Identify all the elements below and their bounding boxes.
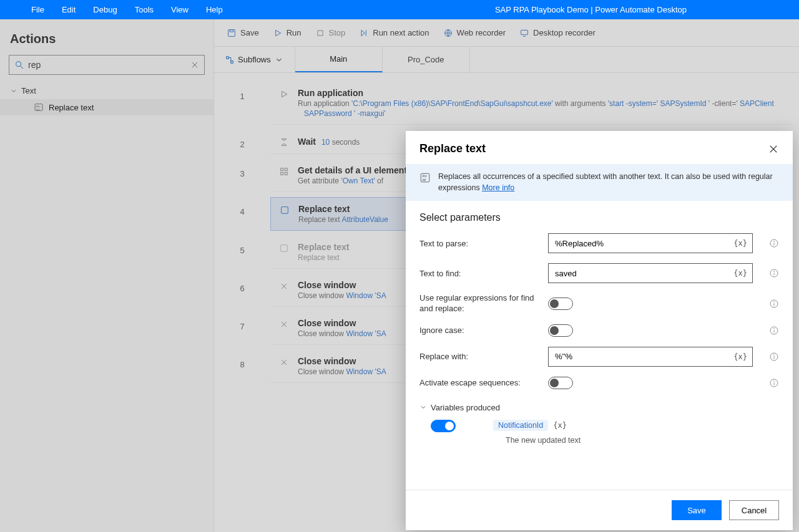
- svg-point-44: [774, 302, 775, 302]
- menu-file[interactable]: File: [22, 0, 53, 19]
- close-dialog-icon[interactable]: [768, 143, 779, 155]
- toolbar: Save Run Stop Run next action Web record…: [214, 19, 799, 47]
- regex-toggle[interactable]: [548, 297, 573, 310]
- clear-icon[interactable]: [190, 60, 199, 69]
- step-num: 3: [214, 157, 270, 195]
- step-title: Close window: [298, 356, 386, 366]
- svg-line-1: [21, 66, 23, 69]
- chevron-down-icon: [10, 87, 17, 95]
- stop-button[interactable]: Stop: [309, 26, 352, 41]
- text-icon: [280, 205, 290, 215]
- info-icon[interactable]: [769, 352, 779, 362]
- action-replace-text[interactable]: Abcdef Replace text: [0, 99, 213, 115]
- step-title: Wait: [298, 137, 316, 147]
- text-to-find-field[interactable]: {x}: [548, 263, 753, 283]
- text-to-parse-field[interactable]: {x}: [548, 233, 753, 253]
- close-icon: [279, 357, 289, 367]
- variable-picker-icon[interactable]: {x}: [732, 239, 748, 248]
- hourglass-icon: [279, 137, 289, 147]
- menu-bar: File Edit Debug Tools View Help SAP RPA …: [0, 0, 799, 19]
- save-button[interactable]: Save: [672, 500, 722, 520]
- replace-with-field[interactable]: {x}: [548, 347, 753, 367]
- svg-rect-19: [281, 168, 283, 171]
- svg-point-53: [774, 380, 775, 381]
- info-icon[interactable]: [769, 326, 779, 336]
- run-next-button[interactable]: Run next action: [353, 26, 435, 41]
- menu-edit[interactable]: Edit: [53, 0, 84, 19]
- step-num: 7: [214, 309, 270, 347]
- label-replace-with: Replace with:: [419, 352, 538, 361]
- svg-point-41: [774, 271, 775, 272]
- step-subtitle-2: SAPPassword ' -maxgui': [298, 109, 774, 118]
- variable-chip[interactable]: NotificationId {x}: [493, 420, 568, 431]
- section-title: Select parameters: [406, 201, 793, 228]
- search-box[interactable]: [9, 55, 205, 75]
- run-button[interactable]: Run: [267, 26, 308, 41]
- subflows-dropdown[interactable]: Subflows: [214, 47, 295, 72]
- svg-rect-22: [285, 172, 287, 175]
- step-title: Replace text: [298, 204, 388, 214]
- text-to-parse-input[interactable]: [555, 239, 732, 248]
- svg-marker-11: [361, 30, 365, 36]
- info-icon[interactable]: [769, 378, 779, 388]
- svg-rect-23: [282, 207, 288, 214]
- search-input[interactable]: [28, 60, 187, 70]
- info-icon[interactable]: [769, 238, 779, 248]
- tree-group-text[interactable]: Text: [0, 82, 213, 99]
- desktop-recorder-button[interactable]: Desktop recorder: [513, 26, 602, 41]
- label-escape: Activate escape sequences:: [419, 378, 538, 387]
- action-label: Replace text: [49, 103, 94, 112]
- step-num: 5: [214, 233, 270, 271]
- chevron-down-icon: [275, 56, 283, 64]
- svg-rect-24: [281, 245, 288, 252]
- close-icon: [279, 319, 289, 329]
- more-info-link[interactable]: More info: [482, 183, 514, 192]
- svg-rect-16: [227, 56, 229, 59]
- menu-help[interactable]: Help: [197, 0, 232, 19]
- play-outline-icon: [279, 89, 289, 99]
- menu-tools[interactable]: Tools: [126, 0, 162, 19]
- replace-with-input[interactable]: [555, 352, 732, 361]
- menu-debug[interactable]: Debug: [84, 0, 125, 19]
- step-title: Run application: [298, 88, 774, 98]
- window-title: SAP RPA Playbook Demo | Power Automate D…: [495, 5, 799, 14]
- svg-rect-14: [521, 30, 528, 34]
- step-run-application[interactable]: Run application Run application 'C:\Prog…: [270, 82, 792, 125]
- menu-view[interactable]: View: [162, 0, 197, 19]
- svg-rect-21: [281, 172, 283, 175]
- svg-point-50: [774, 354, 775, 355]
- web-recorder-button[interactable]: Web recorder: [437, 26, 512, 41]
- search-icon: [14, 60, 24, 70]
- info-icon[interactable]: [769, 268, 779, 278]
- info-icon[interactable]: [769, 299, 779, 309]
- step-num: 2: [214, 127, 270, 157]
- close-icon: [279, 281, 289, 291]
- tab-pro-code[interactable]: Pro_Code: [383, 47, 470, 72]
- ignore-case-toggle[interactable]: [548, 324, 573, 337]
- svg-marker-18: [282, 91, 287, 97]
- variable-picker-icon[interactable]: {x}: [732, 352, 748, 361]
- step-subtitle: Replace text AttributeValue: [298, 215, 388, 224]
- label-regex: Use regular expressions for find and rep…: [419, 293, 538, 314]
- save-button[interactable]: Save: [220, 26, 265, 41]
- play-icon: [273, 28, 283, 38]
- step-num: 8: [214, 347, 270, 385]
- variable-toggle[interactable]: [431, 420, 456, 432]
- actions-title: Actions: [0, 29, 213, 55]
- variables-produced-header[interactable]: Variables produced: [406, 394, 793, 415]
- globe-icon: [443, 28, 453, 38]
- step-num: 1: [214, 79, 270, 127]
- text-to-find-input[interactable]: [555, 269, 732, 278]
- step-subtitle: Replace text: [298, 253, 349, 262]
- text-icon: [279, 243, 289, 253]
- svg-text:Abc: Abc: [422, 175, 428, 178]
- svg-point-0: [16, 62, 21, 67]
- step-subtitle: Close window Window 'SA: [298, 291, 386, 300]
- step-subtitle: Run application 'C:\Program Files (x86)\…: [298, 99, 774, 108]
- tab-main[interactable]: Main: [295, 47, 383, 72]
- escape-toggle[interactable]: [548, 377, 573, 389]
- cancel-button[interactable]: Cancel: [729, 500, 779, 520]
- variable-picker-icon[interactable]: {x}: [732, 269, 748, 278]
- replace-text-icon: Abcdef: [34, 102, 44, 112]
- subflow-icon: [225, 56, 234, 64]
